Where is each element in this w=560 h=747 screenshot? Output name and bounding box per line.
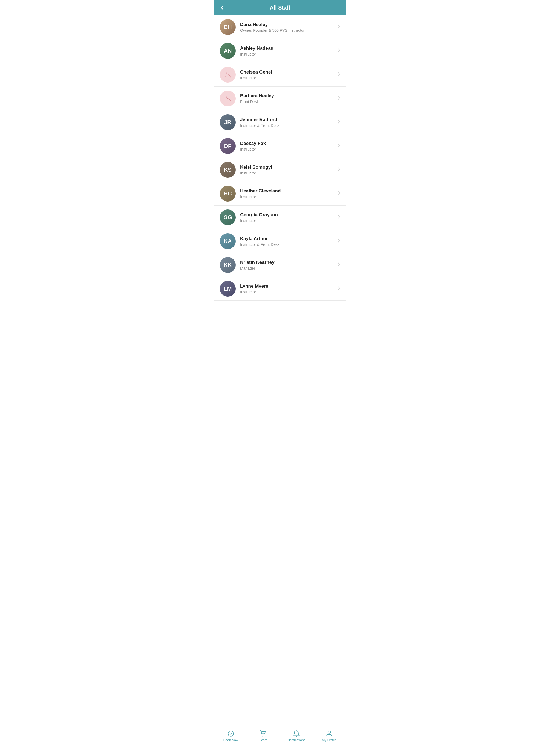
bottom-navigation: Book Now Store Notifications My Pro: [214, 726, 346, 747]
check-circle-icon: [227, 730, 234, 737]
staff-info: Barbara Healey Front Desk: [240, 93, 337, 104]
staff-item[interactable]: AN Ashley Nadeau Instructor: [214, 39, 346, 63]
staff-info: Georgia Grayson Instructor: [240, 212, 337, 223]
staff-name: Kayla Arthur: [240, 236, 337, 241]
back-button[interactable]: [219, 4, 225, 11]
staff-item[interactable]: KS Kelsi Somogyi Instructor: [214, 158, 346, 182]
staff-item[interactable]: KA Kayla Arthur Instructor & Front Desk: [214, 229, 346, 253]
staff-avatar: DH: [220, 19, 236, 35]
staff-role: Instructor: [240, 195, 337, 199]
staff-role: Instructor: [240, 147, 337, 152]
chevron-right-icon: [337, 215, 340, 221]
staff-info: Jennifer Radford Instructor & Front Desk: [240, 117, 337, 128]
staff-avatar: HC: [220, 186, 236, 202]
staff-role: Instructor: [240, 171, 337, 175]
chevron-right-icon: [337, 191, 340, 197]
staff-avatar: GG: [220, 209, 236, 225]
staff-role: Instructor & Front Desk: [240, 123, 337, 128]
staff-info: Ashley Nadeau Instructor: [240, 46, 337, 56]
staff-name: Jennifer Radford: [240, 117, 337, 123]
bell-icon: [293, 730, 300, 737]
staff-name: Georgia Grayson: [240, 212, 337, 217]
chevron-right-icon: [337, 48, 340, 54]
chevron-right-icon: [337, 262, 340, 268]
staff-name: Ashley Nadeau: [240, 46, 337, 51]
page-title: All Staff: [270, 5, 290, 11]
staff-name: Heather Cleveland: [240, 188, 337, 194]
staff-avatar: KA: [220, 233, 236, 249]
staff-name: Dana Healey: [240, 22, 337, 27]
chevron-right-icon: [337, 72, 340, 78]
staff-role: Instructor & Front Desk: [240, 242, 337, 247]
nav-item-book-now[interactable]: Book Now: [214, 728, 247, 744]
chevron-right-icon: [337, 24, 340, 30]
shopping-cart-icon: [260, 730, 267, 737]
app-header: All Staff: [214, 0, 346, 15]
staff-name: Deekay Fox: [240, 141, 337, 146]
staff-avatar: KS: [220, 162, 236, 178]
staff-role: Instructor: [240, 52, 337, 56]
nav-label-notifications: Notifications: [287, 738, 305, 742]
chevron-right-icon: [337, 167, 340, 173]
staff-role: Instructor: [240, 290, 337, 294]
staff-avatar: DF: [220, 138, 236, 154]
staff-list: DH Dana Healey Owner, Founder & 500 RYS …: [214, 15, 346, 726]
nav-label-my-profile: My Profile: [322, 738, 336, 742]
nav-label-book-now: Book Now: [223, 738, 238, 742]
staff-name: Barbara Healey: [240, 93, 337, 99]
svg-point-7: [328, 731, 331, 733]
staff-name: Kelsi Somogyi: [240, 164, 337, 170]
staff-info: Heather Cleveland Instructor: [240, 188, 337, 199]
staff-item[interactable]: DH Dana Healey Owner, Founder & 500 RYS …: [214, 15, 346, 39]
staff-name: Chelsea Genel: [240, 70, 337, 75]
svg-point-0: [223, 70, 233, 80]
nav-item-my-profile[interactable]: My Profile: [313, 728, 346, 744]
svg-point-2: [223, 94, 233, 103]
staff-info: Chelsea Genel Instructor: [240, 70, 337, 80]
staff-item[interactable]: GG Georgia Grayson Instructor: [214, 206, 346, 229]
staff-item[interactable]: LM Lynne Myers Instructor: [214, 277, 346, 301]
chevron-right-icon: [337, 143, 340, 149]
staff-info: Kayla Arthur Instructor & Front Desk: [240, 236, 337, 247]
staff-avatar: JR: [220, 114, 236, 130]
staff-item[interactable]: Barbara Healey Front Desk: [214, 87, 346, 110]
staff-avatar: AN: [220, 43, 236, 59]
staff-avatar-placeholder: [220, 91, 236, 106]
staff-info: Deekay Fox Instructor: [240, 141, 337, 152]
chevron-right-icon: [337, 238, 340, 244]
staff-item[interactable]: Chelsea Genel Instructor: [214, 63, 346, 87]
nav-label-store: Store: [260, 738, 268, 742]
staff-avatar: KK: [220, 257, 236, 273]
chevron-right-icon: [337, 120, 340, 125]
nav-item-store[interactable]: Store: [247, 728, 280, 744]
staff-name: Kristin Kearney: [240, 260, 337, 265]
chevron-right-icon: [337, 286, 340, 292]
staff-item[interactable]: KK Kristin Kearney Manager: [214, 253, 346, 277]
staff-item[interactable]: JR Jennifer Radford Instructor & Front D…: [214, 110, 346, 134]
staff-info: Kelsi Somogyi Instructor: [240, 164, 337, 175]
svg-point-5: [262, 736, 263, 736]
staff-item[interactable]: HC Heather Cleveland Instructor: [214, 182, 346, 206]
staff-role: Owner, Founder & 500 RYS Instructor: [240, 28, 337, 32]
staff-avatar: LM: [220, 281, 236, 297]
nav-item-notifications[interactable]: Notifications: [280, 728, 313, 744]
staff-item[interactable]: DF Deekay Fox Instructor: [214, 134, 346, 158]
chevron-right-icon: [337, 96, 340, 101]
staff-info: Dana Healey Owner, Founder & 500 RYS Ins…: [240, 22, 337, 32]
svg-point-6: [265, 736, 265, 736]
staff-info: Kristin Kearney Manager: [240, 260, 337, 271]
staff-role: Instructor: [240, 76, 337, 80]
staff-info: Lynne Myers Instructor: [240, 284, 337, 294]
staff-avatar-placeholder: [220, 67, 236, 83]
staff-role: Front Desk: [240, 100, 337, 104]
user-icon: [326, 730, 333, 737]
staff-role: Instructor: [240, 218, 337, 223]
staff-role: Manager: [240, 266, 337, 271]
staff-name: Lynne Myers: [240, 284, 337, 289]
